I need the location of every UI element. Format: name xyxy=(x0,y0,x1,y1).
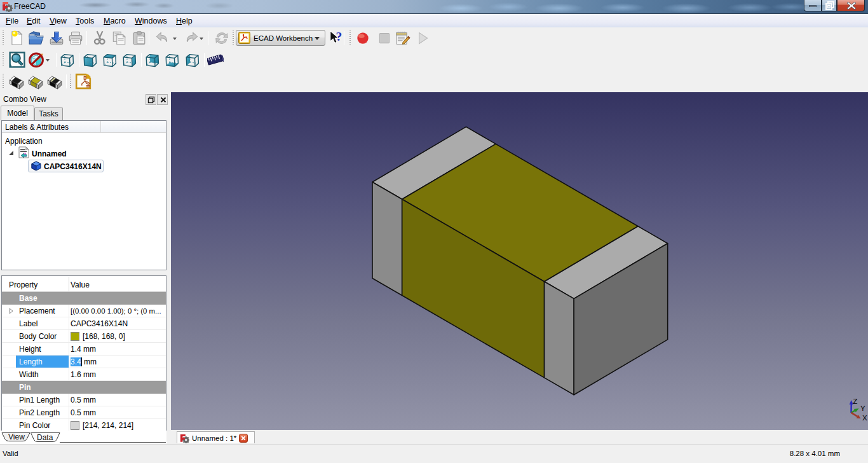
svg-text:Y: Y xyxy=(860,404,865,412)
svg-text:X: X xyxy=(862,414,867,422)
svg-text:?: ? xyxy=(336,30,342,43)
svg-text:Z: Z xyxy=(853,397,857,405)
svg-text:Data: Data xyxy=(37,433,53,442)
svg-text:View: View xyxy=(8,432,25,441)
